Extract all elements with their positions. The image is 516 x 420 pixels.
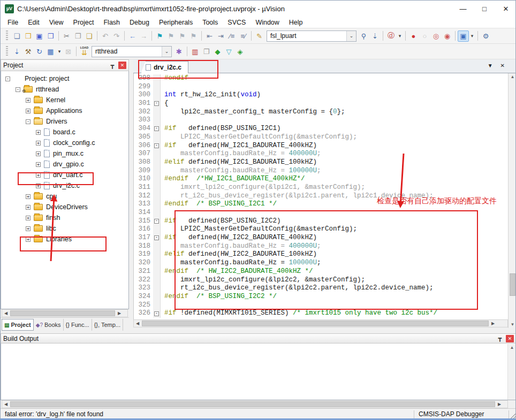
code-line-305[interactable]: 305 LPI2C_MasterGetDefaultConfig(&master… — [134, 133, 508, 142]
expand-icon[interactable]: + — [36, 130, 41, 135]
fold-collapse-icon[interactable]: - — [154, 126, 159, 131]
expand-icon[interactable]: + — [36, 151, 41, 156]
stop-build-icon[interactable]: ⊠ — [63, 46, 74, 57]
debug-search-icon[interactable]: ⓓ — [385, 30, 397, 42]
menu-edit[interactable]: Edit — [23, 18, 44, 27]
maximize-button[interactable]: □ — [474, 1, 495, 17]
document-close-icon[interactable]: ✕ — [500, 63, 505, 68]
build-target-icon[interactable]: ⚒ — [22, 46, 34, 57]
incremental-find-icon[interactable]: ⇣ — [369, 30, 381, 42]
build-output-hscrollbar[interactable]: ◀ ▶ — [2, 400, 508, 408]
menu-tools[interactable]: Tools — [198, 18, 223, 27]
resize-grip[interactable] — [509, 409, 516, 419]
navigate-back-icon[interactable]: ← — [127, 30, 138, 42]
window-layout-dropdown-icon[interactable]: ▾ — [469, 30, 475, 42]
tree-item-clock-config-c[interactable]: +clock_config.c — [1, 138, 128, 148]
menu-view[interactable]: View — [44, 18, 69, 27]
build-output-close-icon[interactable]: ✕ — [506, 335, 514, 342]
disable-all-breakpoints-icon[interactable]: ◎ — [430, 30, 442, 42]
unindent-icon[interactable]: ⇤ — [204, 30, 215, 42]
code-line-314[interactable]: 314 — [134, 209, 508, 217]
menu-debug[interactable]: Debug — [125, 18, 154, 27]
expand-icon[interactable]: + — [26, 194, 31, 199]
code-line-299[interactable]: 299 — [134, 83, 508, 91]
code-line-309[interactable]: 309 masterConfig.baudRate_Hz = 100000U; — [134, 167, 508, 175]
project-panel-close-icon[interactable]: ✕ — [118, 62, 126, 69]
code-line-304[interactable]: 304-#if defined(BSP_USING_I2C1) — [134, 125, 508, 133]
tab-drv-i2c[interactable]: drv_i2c.c — [141, 61, 188, 73]
tree-item-libraries[interactable]: +Libraries — [1, 234, 128, 245]
code-line-315[interactable]: 315-#if defined(BSP_USING_I2C2) — [134, 217, 508, 226]
tree-item-drv-gpio-c[interactable]: +drv_gpio.c — [1, 159, 128, 170]
code-line-311[interactable]: 311 imxrt_lpi2c_configure(&lpi2c1, &mast… — [134, 184, 508, 192]
menu-file[interactable]: File — [3, 18, 23, 27]
next-bookmark-icon[interactable]: ⚑ — [177, 30, 188, 42]
save-file-icon[interactable]: ▣ — [34, 30, 45, 42]
tree-item-pin-mux-c[interactable]: +pin_mux.c — [1, 148, 128, 159]
tree-item-drv-uart-c[interactable]: +drv_uart.c — [1, 170, 128, 180]
new-file-icon[interactable]: ❏ — [11, 30, 22, 42]
code-line-306[interactable]: 306-#if defined(HW_I2C1_BADURATE_400kHZ) — [134, 142, 508, 150]
indent-icon[interactable]: ⇥ — [215, 30, 226, 42]
undo-icon[interactable]: ↶ — [100, 30, 111, 42]
document-list-dropdown-icon[interactable]: ▼ — [488, 63, 493, 68]
search-combo[interactable]: fsl_lpuart ⌄ — [267, 30, 356, 42]
pin-icon[interactable]: ┳ — [496, 335, 504, 342]
expand-icon[interactable]: + — [26, 205, 31, 210]
fold-collapse-icon[interactable]: - — [154, 219, 159, 224]
workspace-tab-temp[interactable]: {}, Temp... — [92, 319, 123, 331]
window-layout-icon[interactable]: ▣ — [458, 30, 469, 42]
download-to-flash-icon[interactable]: LOAD⇊ — [79, 46, 90, 57]
menu-peripherals[interactable]: Peripherals — [154, 18, 198, 27]
tree-item-project-project[interactable]: -Project: project — [1, 73, 128, 84]
fold-collapse-icon[interactable]: - — [154, 101, 159, 106]
cut-icon[interactable]: ✂ — [61, 30, 72, 42]
menu-window[interactable]: Window — [251, 18, 284, 27]
build-output-content[interactable] — [1, 343, 516, 400]
pin-icon[interactable]: ┳ — [108, 62, 117, 69]
tree-item-drv-i2c-c[interactable]: +drv_i2c.c — [1, 180, 128, 191]
comment-selection-icon[interactable]: ∕≡ — [226, 30, 238, 42]
expand-icon[interactable]: + — [26, 216, 31, 220]
scroll-left-icon[interactable]: ◀ — [2, 402, 10, 407]
code-line-307[interactable]: 307 masterConfig.baudRate_Hz = 400000U; — [134, 150, 508, 158]
manage-run-time-environment-icon[interactable]: ◆ — [212, 46, 223, 57]
build-output-vscrollbar[interactable]: ▲ — [507, 344, 516, 400]
collapse-icon[interactable]: - — [26, 119, 31, 124]
paste-icon[interactable]: ❑ — [84, 30, 95, 42]
code-line-298[interactable]: 298#endif — [134, 74, 508, 83]
scroll-down-icon[interactable]: ▼ — [509, 322, 516, 327]
scroll-right-icon[interactable]: ▶ — [489, 321, 497, 326]
rebuild-all-icon[interactable]: ↻ — [34, 46, 45, 57]
workspace-tab-books[interactable]: ◆?Books — [34, 319, 64, 331]
tree-item-libc[interactable]: +libc — [1, 223, 128, 234]
enable-breakpoint-icon[interactable]: ○ — [419, 30, 430, 42]
collapse-icon[interactable]: - — [5, 77, 10, 81]
code-line-319[interactable]: 319#elif defined(HW_I2C2_BADURATE_100kHZ… — [134, 250, 508, 259]
code-line-325[interactable]: 325 — [134, 301, 508, 310]
search-dropdown-icon[interactable]: ⌄ — [346, 31, 356, 41]
editor-vscrollbar[interactable]: ▲ ▼ — [508, 73, 516, 328]
code-line-300[interactable]: 300int rt_hw_i2c_init(void) — [134, 91, 508, 100]
menu-flash[interactable]: Flash — [98, 18, 125, 27]
workspace-tab-project[interactable]: ▤Project — [2, 319, 34, 331]
scroll-right-icon[interactable]: ▶ — [496, 402, 503, 407]
search-input[interactable]: fsl_lpuart — [267, 32, 346, 40]
manage-project-items-icon[interactable]: ▥ — [189, 46, 201, 57]
scrollbar-thumb[interactable] — [510, 273, 515, 296]
code-line-303[interactable]: 303 — [134, 116, 508, 125]
code-line-324[interactable]: 324#endif /* BSP_USING_I2C2 */ — [134, 293, 508, 301]
fold-collapse-icon[interactable]: - — [154, 311, 159, 316]
tree-item-drivers[interactable]: -Drivers — [1, 116, 128, 127]
tree-item-rtthread[interactable]: -rtthread — [1, 84, 128, 95]
editor-hscrollbar[interactable]: ◀ ▶ — [133, 319, 508, 327]
tree-item-applications[interactable]: +Applications — [1, 105, 128, 116]
panel-splitter[interactable] — [129, 59, 133, 333]
menu-project[interactable]: Project — [69, 18, 99, 27]
code-line-322[interactable]: 322 imxrt_lpi2c_configure(&lpi2c2, &mast… — [134, 276, 508, 285]
batch-build-dropdown-icon[interactable]: ▾ — [56, 46, 63, 57]
expand-icon[interactable]: + — [26, 109, 31, 113]
uncomment-selection-icon[interactable]: ≡∕ — [238, 30, 249, 42]
scrollbar-thumb[interactable] — [10, 401, 495, 407]
windows-stack-icon[interactable]: ❐ — [201, 46, 212, 57]
